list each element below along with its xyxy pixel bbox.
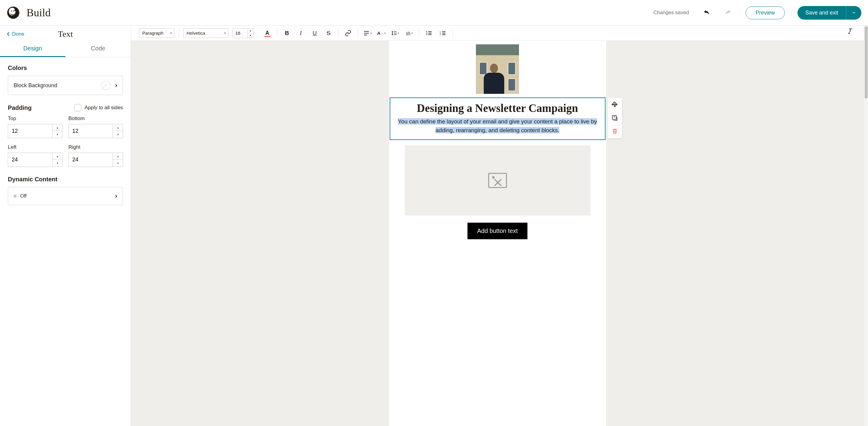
svg-point-7: [427, 34, 427, 35]
padding-bottom-step-down[interactable]: ▾: [113, 131, 123, 138]
apply-all-sides-control[interactable]: Apply to all sides: [74, 104, 123, 111]
chevron-down-icon: ▾: [384, 32, 386, 35]
chevron-down-icon: ▾: [224, 31, 226, 35]
bold-button[interactable]: B: [281, 28, 292, 38]
padding-left-label: Left: [8, 144, 62, 150]
letter-spacing-button[interactable]: VA ▾: [404, 28, 415, 38]
font-size-control: ▴ ▾: [233, 28, 253, 38]
strikethrough-button[interactable]: S: [323, 28, 334, 38]
chevron-right-icon: [115, 82, 117, 89]
sidebar-tabs: Design Code: [0, 41, 131, 57]
svg-rect-11: [612, 116, 616, 119]
align-button[interactable]: ▾: [362, 28, 373, 38]
done-button[interactable]: Done: [7, 31, 24, 37]
page-scrollbar[interactable]: [864, 26, 868, 426]
link-button[interactable]: [343, 28, 353, 38]
chevron-down-icon: ▾: [411, 32, 413, 35]
padding-top-label: Top: [8, 116, 62, 121]
preview-button[interactable]: Preview: [746, 6, 785, 19]
svg-point-6: [427, 33, 427, 33]
line-height-button[interactable]: ▾: [390, 28, 401, 38]
status-dot-off-icon: [13, 195, 17, 198]
svg-text:3: 3: [440, 34, 441, 36]
paragraph-style-select[interactable]: Paragraph ▾: [139, 28, 175, 38]
canvas-area[interactable]: Designing a Newsletter Campaign You can …: [131, 41, 864, 426]
numbered-list-button[interactable]: 123: [437, 28, 448, 38]
button-block[interactable]: Add button text: [467, 223, 527, 239]
panel-title: Text: [58, 29, 73, 39]
top-header: Build Changes saved Preview Save and exi…: [0, 0, 868, 26]
text-block-heading[interactable]: Designing a Newsletter Campaign: [398, 102, 598, 115]
image-placeholder-icon: [488, 173, 507, 188]
text-format-toolbar: Paragraph ▾ Helvetica ▾ ▴: [131, 26, 864, 41]
svg-point-5: [427, 31, 427, 32]
hero-image-block[interactable]: [476, 44, 519, 94]
save-status-text: Changes saved: [653, 10, 689, 16]
colors-section-label: Colors: [8, 64, 123, 72]
paragraph-style-value: Paragraph: [142, 30, 163, 36]
padding-section-label: Padding: [8, 104, 32, 111]
highlighted-text-line1: You can define the layout of your email …: [398, 118, 597, 124]
email-body: Designing a Newsletter Campaign You can …: [389, 41, 606, 426]
padding-top-input[interactable]: [8, 124, 52, 138]
padding-right-label: Right: [68, 144, 123, 150]
font-family-select[interactable]: Helvetica ▾: [183, 28, 228, 38]
undo-button[interactable]: [700, 6, 714, 20]
tab-code[interactable]: Code: [65, 41, 131, 57]
block-background-label: Block Background: [13, 82, 57, 89]
font-size-step-up[interactable]: ▴: [248, 29, 253, 33]
padding-bottom-label: Bottom: [68, 116, 123, 121]
text-block-paragraph[interactable]: You can define the layout of your email …: [398, 117, 598, 135]
padding-left-input[interactable]: [8, 153, 52, 167]
image-placeholder-block[interactable]: [405, 145, 590, 216]
apply-all-sides-label: Apply to all sides: [84, 105, 123, 111]
dynamic-content-value: Off: [20, 193, 27, 199]
redo-button[interactable]: [721, 6, 735, 20]
padding-left-step-up[interactable]: ▴: [53, 153, 62, 160]
padding-right-step-up[interactable]: ▴: [113, 153, 123, 160]
italic-button[interactable]: I: [296, 28, 306, 38]
font-size-input[interactable]: [233, 29, 247, 38]
delete-block-button[interactable]: [610, 127, 619, 136]
font-size-step-down[interactable]: ▾: [248, 33, 253, 38]
scrollbar-thumb[interactable]: [865, 26, 868, 98]
no-color-swatch-icon: [101, 81, 110, 90]
highlighted-text-line2: adding, rearranging, and deleting conten…: [435, 127, 559, 133]
padding-right-input[interactable]: [69, 153, 113, 167]
chevron-right-icon: [115, 192, 117, 200]
properties-sidebar: Done Text Design Code Colors Block Backg…: [0, 26, 131, 426]
done-button-label: Done: [12, 31, 24, 37]
chevron-down-icon: ▾: [398, 32, 399, 35]
svg-point-2: [11, 10, 12, 12]
block-background-row[interactable]: Block Background: [8, 76, 123, 95]
save-options-dropdown[interactable]: [846, 6, 861, 20]
text-color-button[interactable]: A: [262, 28, 273, 38]
dynamic-content-section-label: Dynamic Content: [8, 176, 123, 183]
svg-point-3: [13, 10, 14, 12]
text-color-underline-icon: [264, 36, 270, 37]
text-direction-button[interactable]: A→ ▾: [376, 28, 387, 38]
dynamic-content-row[interactable]: Off: [8, 187, 123, 205]
underline-button[interactable]: U: [309, 28, 320, 38]
chevron-down-icon: ▾: [370, 32, 372, 35]
move-block-button[interactable]: [610, 100, 619, 109]
block-floating-toolbar: [607, 97, 622, 139]
padding-bottom-input[interactable]: [69, 124, 113, 138]
padding-left-step-down[interactable]: ▾: [53, 160, 62, 166]
bulleted-list-button[interactable]: [424, 28, 434, 38]
save-and-exit-button[interactable]: Save and exit: [798, 6, 846, 20]
padding-right-step-down[interactable]: ▾: [113, 160, 123, 166]
font-family-value: Helvetica: [187, 30, 205, 36]
brand-title: Build: [27, 6, 51, 19]
clear-formatting-button[interactable]: [845, 26, 856, 36]
mailchimp-logo-icon: [7, 6, 20, 19]
padding-bottom-step-up[interactable]: ▴: [113, 124, 123, 131]
chevron-down-icon: ▾: [170, 31, 172, 35]
padding-top-step-down[interactable]: ▾: [53, 131, 62, 138]
duplicate-block-button[interactable]: [610, 113, 619, 122]
apply-all-sides-checkbox[interactable]: [74, 104, 82, 111]
selected-text-block[interactable]: Designing a Newsletter Campaign You can …: [390, 97, 606, 140]
tab-design[interactable]: Design: [0, 41, 65, 57]
padding-top-step-up[interactable]: ▴: [53, 124, 62, 131]
